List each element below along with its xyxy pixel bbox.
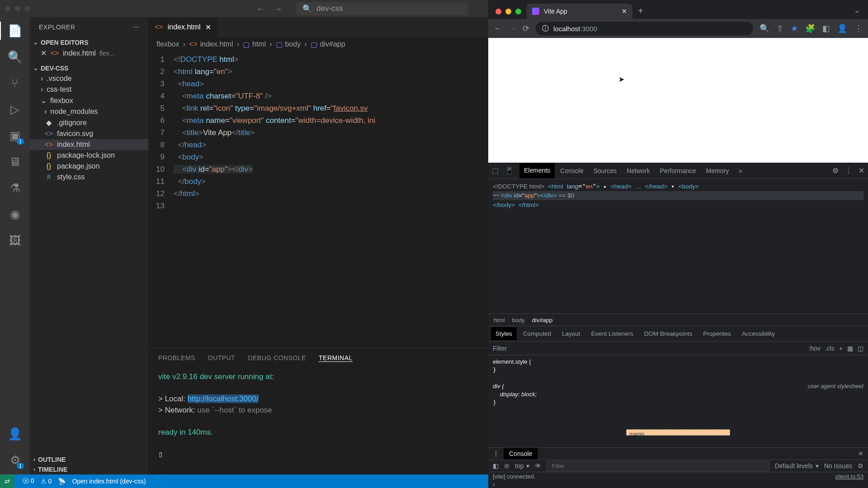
reload-icon[interactable]: ⟳ — [523, 23, 529, 33]
more-icon[interactable]: ⋯ — [133, 23, 140, 31]
close-dot[interactable] — [495, 9, 501, 14]
elements-tree[interactable]: <!DOCTYPE html> <html lang="en"> ▸ <head… — [488, 179, 868, 314]
maximize-dot[interactable] — [24, 6, 30, 12]
file-favicon[interactable]: <>favicon.svg — [30, 128, 148, 139]
outline-header[interactable]: ›OUTLINE — [30, 455, 148, 465]
project-header[interactable]: ⌄DEV-CSS — [30, 63, 148, 73]
drawer-menu-icon[interactable]: ⋮ — [493, 450, 499, 457]
file-style-css[interactable]: #style.css — [30, 172, 148, 183]
close-drawer-icon[interactable]: ✕ — [858, 450, 863, 457]
minimize-dot[interactable] — [14, 6, 20, 12]
browser-tab[interactable]: Vite App ✕ — [527, 4, 632, 19]
tab-debug-console[interactable]: DEBUG CONSOLE — [248, 354, 306, 361]
close-dot[interactable] — [5, 6, 10, 12]
no-issues[interactable]: No Issues — [824, 462, 852, 469]
folder-vscode[interactable]: ›.vscode — [30, 73, 148, 84]
window-controls[interactable] — [495, 9, 521, 14]
zoom-icon[interactable]: 🔍 — [760, 23, 769, 33]
elements-breadcrumbs[interactable]: html body div#app — [488, 314, 868, 326]
crumb-body[interactable]: body — [512, 317, 525, 324]
tab-computed[interactable]: Computed — [519, 327, 556, 340]
sidebar-toggle-icon[interactable]: ◧ — [493, 462, 499, 469]
code-content[interactable]: <!DOCTYPE html> <html lang="en"> <head> … — [174, 53, 488, 348]
tab-sources[interactable]: Sources — [589, 164, 621, 178]
hov-toggle[interactable]: :hov — [808, 345, 820, 352]
edge-icon[interactable]: ◉ — [8, 207, 22, 221]
close-tab-icon[interactable]: ✕ — [622, 8, 627, 15]
folder-flexbox[interactable]: ⌄flexbox — [30, 95, 148, 106]
bookmark-icon[interactable]: ★ — [791, 23, 798, 33]
tab-console[interactable]: Console — [556, 164, 588, 178]
tab-styles[interactable]: Styles — [491, 327, 517, 340]
log-levels[interactable]: Default levels ▾ — [775, 462, 819, 469]
file-package-json[interactable]: {}package.json — [30, 161, 148, 172]
open-editor-item[interactable]: ✕ <> index.html flex... — [30, 47, 148, 59]
breadcrumb-item[interactable]: ▢html — [243, 40, 266, 49]
profile-icon[interactable]: 👤 — [837, 23, 847, 33]
tab-accessibility[interactable]: Accessibility — [737, 327, 780, 340]
maximize-dot[interactable] — [515, 9, 521, 14]
remote-indicator[interactable]: ⇄ — [0, 474, 14, 488]
images-icon[interactable]: 🖼 — [8, 233, 22, 248]
inspect-icon[interactable]: ⬚ — [492, 166, 499, 175]
console-filter-input[interactable] — [547, 461, 769, 471]
file-gitignore[interactable]: ◆.gitignore — [30, 117, 148, 128]
tab-output[interactable]: OUTPUT — [208, 354, 236, 361]
console-prompt[interactable]: › — [488, 481, 868, 488]
remote-explorer-icon[interactable]: 🖥 — [8, 155, 22, 169]
file-package-lock[interactable]: {}package-lock.json — [30, 150, 148, 161]
status-open-file[interactable]: Open index.html (dev-css) — [72, 478, 146, 485]
console-source-link[interactable]: client.ts:53 — [835, 473, 863, 480]
styles-filter-input[interactable]: Filter — [493, 345, 804, 352]
minimize-dot[interactable] — [505, 9, 511, 14]
code-editor[interactable]: 12345678910111213 <!DOCTYPE html> <html … — [148, 52, 488, 348]
panel-layout-icon[interactable]: ◫ — [858, 345, 863, 352]
local-url-link[interactable]: http://localhost:3000/ — [188, 394, 259, 403]
tab-event-listeners[interactable]: Event Listeners — [587, 327, 638, 340]
crumb-divapp[interactable]: div#app — [532, 317, 553, 324]
breadcrumb-item[interactable]: ▢body — [276, 40, 301, 49]
close-devtools-icon[interactable]: ✕ — [859, 166, 864, 175]
breadcrumbs[interactable]: flexbox› <>index.html› ▢html› ▢body› ▢di… — [148, 37, 488, 52]
tab-layout[interactable]: Layout — [557, 327, 585, 340]
new-rule-icon[interactable]: + — [839, 345, 843, 352]
broadcast-icon[interactable]: 📡 — [58, 478, 66, 485]
nav-back-icon[interactable]: ← — [256, 4, 265, 14]
expand-tabs-icon[interactable]: ⌄ — [854, 6, 860, 14]
tab-elements[interactable]: Elements — [519, 163, 555, 178]
tab-terminal[interactable]: TERMINAL — [319, 354, 353, 362]
extensions-icon[interactable]: 🧩 — [805, 23, 815, 33]
command-center[interactable]: 🔍 dev-css — [296, 2, 468, 15]
extensions-icon[interactable]: ▣1 — [8, 128, 22, 143]
nav-forward-icon[interactable]: → — [274, 4, 283, 14]
share-icon[interactable]: ⇧ — [777, 23, 783, 33]
open-editors-header[interactable]: ⌄OPEN EDITORS — [30, 38, 148, 47]
forward-icon[interactable]: → — [508, 24, 516, 33]
console-settings-icon[interactable]: ⚙ — [858, 462, 863, 469]
tab-dom-breakpoints[interactable]: DOM Breakpoints — [640, 327, 697, 340]
more-tabs-icon[interactable]: » — [734, 164, 747, 178]
tab-problems[interactable]: PROBLEMS — [158, 354, 195, 361]
timeline-header[interactable]: ›TIMELINE — [30, 465, 148, 474]
folder-node-modules[interactable]: ›node_modules — [30, 106, 148, 117]
tab-network[interactable]: Network — [622, 164, 654, 178]
back-icon[interactable]: ← — [494, 24, 502, 33]
context-selector[interactable]: top ▾ — [515, 462, 529, 469]
explorer-icon[interactable]: 📄 — [8, 23, 22, 38]
close-icon[interactable]: ✕ — [41, 49, 47, 57]
new-tab-button[interactable]: + — [632, 6, 649, 19]
terminal[interactable]: vite v2.9.16 dev server running at: > Lo… — [148, 367, 488, 474]
crumb-html[interactable]: html — [494, 317, 505, 324]
testing-icon[interactable]: ⚗ — [8, 181, 22, 195]
menu-icon[interactable]: ⋮ — [854, 23, 863, 33]
device-toggle-icon[interactable]: 📱 — [505, 166, 514, 175]
clear-console-icon[interactable]: ⊘ — [504, 462, 509, 469]
live-expression-icon[interactable]: 👁 — [535, 462, 541, 469]
file-index-html[interactable]: <>index.html — [30, 139, 148, 150]
editor-tab[interactable]: <> index.html ✕ — [148, 17, 217, 37]
settings-gear-icon[interactable]: ⚙ — [832, 166, 839, 175]
console-tab[interactable]: Console — [504, 448, 538, 460]
folder-css-test[interactable]: ›css-test — [30, 84, 148, 95]
window-controls[interactable] — [5, 6, 30, 12]
source-control-icon[interactable]: ⑂ — [8, 76, 22, 90]
